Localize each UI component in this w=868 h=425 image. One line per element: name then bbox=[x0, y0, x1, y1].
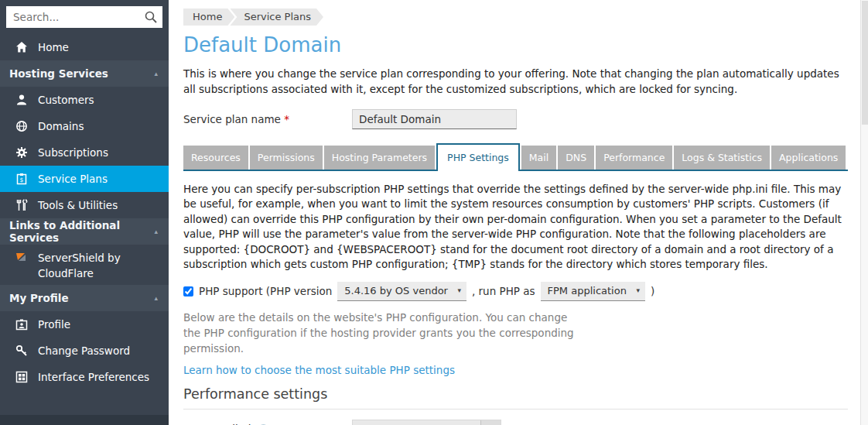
php-handler-select[interactable]: FPM application ▾ bbox=[541, 282, 645, 301]
sidebar-item-label: ServerShield by CloudFlare bbox=[38, 251, 161, 281]
sidebar-nav: Home Hosting Services ▴ Customers Domain… bbox=[0, 34, 169, 390]
sidebar-item-tools-utilities[interactable]: Tools & Utilities bbox=[0, 192, 169, 218]
sidebar-item-label: Interface Preferences bbox=[38, 371, 149, 383]
sidebar-item-subscriptions[interactable]: Subscriptions bbox=[0, 139, 169, 166]
tab-performance[interactable]: Performance bbox=[596, 146, 672, 170]
svg-text:$: $ bbox=[19, 177, 23, 183]
key-icon bbox=[15, 344, 28, 357]
tab-hosting-parameters[interactable]: Hosting Parameters bbox=[324, 146, 435, 170]
sidebar-item-label: Domains bbox=[38, 120, 84, 132]
php-version-select[interactable]: 5.4.16 by OS vendor ▾ bbox=[337, 282, 466, 301]
cloudflare-icon bbox=[15, 251, 28, 263]
breadcrumb: Home Service Plans bbox=[183, 9, 848, 26]
service-plan-name-row: Service plan name * bbox=[183, 109, 848, 129]
chevron-down-icon: ▾ bbox=[457, 286, 461, 294]
sidebar-item-interface-preferences[interactable]: Interface Preferences bbox=[0, 364, 169, 390]
collapse-icon: ▴ bbox=[154, 294, 158, 302]
php-support-row: PHP support (PHP version 5.4.16 by OS ve… bbox=[183, 282, 848, 301]
tab-bar: Resources Permissions Hosting Parameters… bbox=[183, 143, 848, 171]
tab-php-settings[interactable]: PHP Settings bbox=[436, 143, 520, 171]
chevron-down-icon[interactable]: ▼ bbox=[480, 420, 501, 425]
sidebar-item-profile[interactable]: Profile bbox=[0, 311, 169, 338]
memory-limit-label: memory_limit? bbox=[183, 420, 352, 425]
search-input[interactable] bbox=[6, 6, 162, 28]
page-title: Default Domain bbox=[183, 33, 848, 57]
grid-icon bbox=[15, 371, 28, 383]
service-plan-name-label: Service plan name * bbox=[183, 113, 352, 125]
sidebar-item-domains[interactable]: Domains bbox=[0, 113, 169, 139]
sidebar-section-hosting-services[interactable]: Hosting Services ▴ bbox=[0, 60, 169, 87]
run-php-as-label: , run PHP as bbox=[472, 285, 535, 297]
tools-icon bbox=[15, 199, 28, 211]
sidebar-footer bbox=[0, 415, 169, 425]
sidebar-item-label: Customers bbox=[38, 94, 94, 106]
tab-logs-statistics[interactable]: Logs & Statistics bbox=[674, 146, 770, 170]
main-content: Home Service Plans Default Domain This i… bbox=[169, 0, 860, 425]
home-icon bbox=[15, 41, 28, 53]
memory-limit-setting: memory_limit? 128M (Default) ▼ The maxim… bbox=[183, 420, 848, 425]
php-support-checkbox[interactable] bbox=[183, 286, 193, 296]
gear-icon bbox=[15, 146, 28, 159]
required-mark: * bbox=[284, 113, 289, 125]
sidebar-item-label: Home bbox=[38, 41, 69, 53]
php-note: Below are the details on the website's P… bbox=[183, 310, 586, 357]
php-settings-help-link[interactable]: Learn how to choose the most suitable PH… bbox=[183, 364, 455, 376]
intro-text: This is where you change the service pla… bbox=[183, 66, 848, 98]
vertical-scrollbar[interactable] bbox=[860, 0, 868, 425]
sidebar-item-home[interactable]: Home bbox=[0, 34, 169, 60]
service-plan-name-input[interactable] bbox=[352, 109, 517, 129]
sidebar-item-label: Change Password bbox=[38, 344, 130, 357]
tab-applications[interactable]: Applications bbox=[771, 146, 846, 170]
sidebar-item-change-password[interactable]: Change Password bbox=[0, 338, 169, 364]
php-support-suffix: ) bbox=[651, 285, 654, 297]
search-icon[interactable] bbox=[144, 10, 158, 24]
sidebar-search bbox=[6, 6, 162, 28]
collapse-icon: ▴ bbox=[154, 70, 158, 77]
tab-mail[interactable]: Mail bbox=[521, 146, 556, 170]
tab-dns[interactable]: DNS bbox=[558, 146, 594, 170]
sidebar-item-customers[interactable]: Customers bbox=[0, 87, 169, 113]
performance-settings-heading: Performance settings bbox=[183, 386, 848, 410]
chevron-down-icon: ▾ bbox=[636, 286, 640, 294]
sidebar-item-label: Subscriptions bbox=[38, 146, 108, 159]
sidebar-item-service-plans[interactable]: $ Service Plans bbox=[0, 166, 169, 192]
service-plans-icon: $ bbox=[15, 173, 28, 185]
scrollbar-thumb[interactable] bbox=[862, 1, 868, 125]
globe-icon bbox=[15, 120, 28, 132]
memory-limit-combobox[interactable]: 128M (Default) ▼ bbox=[352, 420, 501, 425]
sidebar: Home Hosting Services ▴ Customers Domain… bbox=[0, 0, 169, 425]
sidebar-section-additional-services[interactable]: Links to Additional Services ▴ bbox=[0, 218, 169, 245]
sidebar-item-label: Service Plans bbox=[38, 173, 108, 185]
sidebar-item-label: Profile bbox=[38, 318, 70, 331]
breadcrumb-home[interactable]: Home bbox=[183, 9, 234, 26]
tab-permissions[interactable]: Permissions bbox=[250, 146, 323, 170]
breadcrumb-service-plans[interactable]: Service Plans bbox=[230, 9, 323, 26]
profile-badge-icon bbox=[15, 318, 28, 331]
tab-resources[interactable]: Resources bbox=[183, 146, 248, 170]
customers-icon bbox=[15, 94, 28, 106]
sidebar-item-servershield[interactable]: ServerShield by CloudFlare bbox=[0, 245, 169, 285]
php-settings-description: Here you can specify per-subscription PH… bbox=[183, 182, 848, 272]
sidebar-item-label: Tools & Utilities bbox=[38, 199, 118, 211]
sidebar-section-my-profile[interactable]: My Profile ▴ bbox=[0, 285, 169, 311]
collapse-icon: ▴ bbox=[154, 228, 158, 235]
php-support-label: PHP support (PHP version bbox=[199, 285, 332, 297]
